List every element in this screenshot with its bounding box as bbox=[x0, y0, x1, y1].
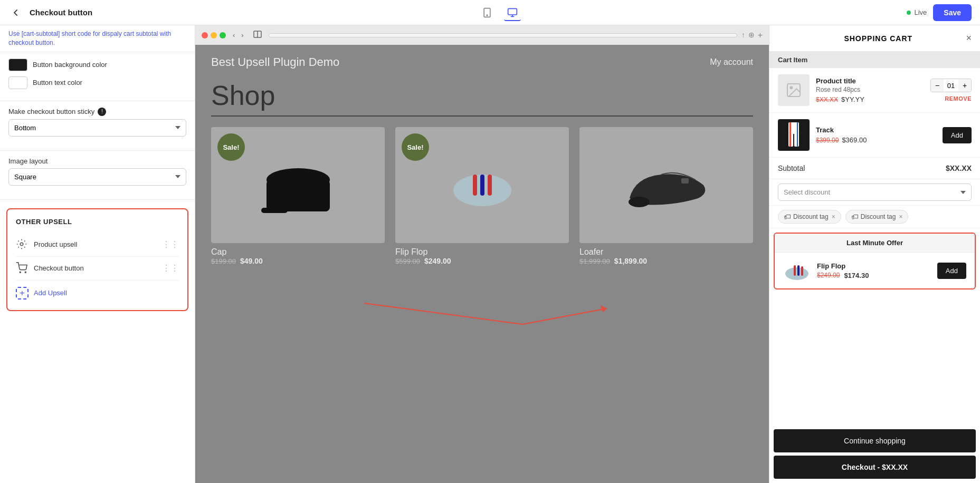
svg-rect-25 bbox=[789, 122, 791, 147]
product-upsell-item[interactable]: Product upsell ⋮⋮ bbox=[16, 233, 179, 257]
browser-toolbar: ‹ › ↑ ⊕ + bbox=[195, 25, 769, 45]
minimize-traffic-light[interactable] bbox=[211, 32, 217, 38]
discount-select[interactable]: Select discount bbox=[778, 183, 972, 201]
desktop-device-button[interactable] bbox=[504, 4, 521, 21]
shop-nav-myaccount[interactable]: My account bbox=[710, 57, 753, 67]
svg-point-21 bbox=[790, 86, 792, 89]
cart-item-1-image bbox=[778, 74, 810, 106]
flipflop-name: Flip Flop bbox=[395, 247, 569, 257]
qty-control-1: − 01 + bbox=[930, 79, 972, 92]
live-dot bbox=[907, 11, 911, 15]
qty-value-1: 01 bbox=[944, 81, 958, 91]
back-nav-btn[interactable]: ‹ bbox=[230, 30, 237, 40]
image-layout-select[interactable]: Square Rectangle Circle bbox=[8, 168, 186, 186]
browser-actions: ↑ ⊕ + bbox=[741, 31, 763, 40]
sticky-settings: Make checkout button sticky ! Bottom Top… bbox=[0, 101, 195, 151]
add-item-2-button[interactable]: Add bbox=[943, 127, 972, 143]
cap-svg bbox=[256, 151, 340, 219]
discount-tag-1-close[interactable]: × bbox=[832, 213, 835, 220]
product-upsell-drag-handle[interactable]: ⋮⋮ bbox=[162, 239, 179, 249]
sticky-select[interactable]: Bottom Top None bbox=[8, 119, 186, 137]
cart-item-2-image bbox=[778, 119, 810, 151]
cart-close-button[interactable]: × bbox=[966, 33, 972, 44]
checkout-button-icon bbox=[16, 262, 28, 275]
last-minute-price-new: $174.30 bbox=[844, 272, 869, 279]
last-minute-add-button[interactable]: Add bbox=[937, 263, 966, 279]
browser-content: Best Upsell Plugin Demo My account Shop … bbox=[195, 45, 769, 483]
cart-footer: Continue shopping Checkout - $XX.XX bbox=[769, 429, 980, 483]
checkout-button-drag-handle[interactable]: ⋮⋮ bbox=[162, 263, 179, 273]
last-minute-item-info: Flip Flop $249.00 $174.30 bbox=[817, 262, 931, 279]
checkout-button-item[interactable]: Checkout button ⋮⋮ bbox=[16, 257, 179, 281]
qty-increase-1[interactable]: + bbox=[958, 79, 971, 92]
product-card-loafer: Loafer $1,999.00 $1,899.00 bbox=[579, 127, 753, 265]
loafer-price-old: $1,999.00 bbox=[579, 257, 610, 265]
sticky-row: Make checkout button sticky ! Bottom Top… bbox=[8, 108, 186, 137]
cart-header: SHOPPING CART × bbox=[769, 25, 980, 52]
shop-title: Shop bbox=[211, 80, 753, 111]
forward-nav-btn[interactable]: › bbox=[239, 30, 246, 40]
products-grid: Sale! Cap $199.00 $49.00 bbox=[211, 127, 753, 265]
loafer-prices: $1,999.00 $1,899.00 bbox=[579, 257, 753, 265]
last-minute-item-image bbox=[783, 259, 811, 282]
cap-name: Cap bbox=[211, 247, 385, 257]
loafer-svg bbox=[619, 146, 714, 225]
sticky-info-icon[interactable]: ! bbox=[98, 108, 106, 116]
maximize-traffic-light[interactable] bbox=[220, 32, 226, 38]
plus-tab-icon[interactable]: + bbox=[758, 31, 763, 40]
checkout-button[interactable]: Checkout - $XX.XX bbox=[774, 456, 976, 479]
svg-point-15 bbox=[629, 197, 650, 207]
cart-item-1-title: Product title bbox=[816, 77, 924, 85]
cap-sale-badge: Sale! bbox=[217, 133, 245, 161]
tablet-device-button[interactable] bbox=[479, 4, 496, 21]
back-button[interactable] bbox=[8, 5, 23, 20]
svg-rect-14 bbox=[488, 175, 492, 196]
button-text-color-label: Button text color bbox=[33, 79, 82, 86]
loafer-name: Loafer bbox=[579, 247, 753, 257]
color-settings: Button background color Button text colo… bbox=[0, 52, 195, 101]
flipflop-svg bbox=[440, 151, 525, 219]
add-upsell-label: Add Upsell bbox=[34, 289, 67, 297]
last-minute-item: Flip Flop $249.00 $174.30 Add bbox=[775, 253, 975, 288]
discount-tag-2-close[interactable]: × bbox=[899, 213, 902, 220]
product-card-flipflop: Sale! Flip Flop bbox=[395, 127, 569, 265]
add-upsell-button[interactable]: + Add Upsell bbox=[16, 281, 179, 302]
svg-rect-13 bbox=[480, 175, 484, 196]
svg-point-3 bbox=[20, 243, 23, 246]
remove-item-1[interactable]: REMOVE bbox=[945, 95, 972, 102]
center-preview: ‹ › ↑ ⊕ + Best Up bbox=[195, 25, 769, 483]
shop-nav: Best Upsell Plugin Demo My account bbox=[211, 55, 753, 69]
cart-item-1-info: Product title Rose red 48pcs $XX.XX $YY.… bbox=[816, 77, 924, 103]
product-upsell-label: Product upsell bbox=[34, 240, 157, 248]
save-button[interactable]: Save bbox=[933, 4, 972, 21]
close-traffic-light[interactable] bbox=[202, 32, 208, 38]
cart-item-1-subtitle: Rose red 48pcs bbox=[816, 86, 924, 93]
qty-decrease-1[interactable]: − bbox=[931, 79, 944, 92]
button-bg-color-label: Button background color bbox=[33, 61, 107, 69]
bookmark-icon[interactable]: ⊕ bbox=[748, 31, 755, 40]
button-text-color-swatch[interactable] bbox=[8, 76, 27, 89]
discount-tag-2-icon: 🏷 bbox=[851, 212, 859, 221]
button-bg-color-swatch[interactable] bbox=[8, 59, 27, 71]
discount-tags: 🏷 Discount tag × 🏷 Discount tag × bbox=[769, 206, 980, 228]
shop-brand: Best Upsell Plugin Demo bbox=[211, 55, 339, 69]
split-view-btn[interactable] bbox=[251, 30, 264, 41]
cart-item-1-price-old: $XX.XX bbox=[816, 96, 838, 103]
address-bar[interactable] bbox=[269, 33, 737, 37]
svg-rect-29 bbox=[797, 265, 800, 276]
cap-prices: $199.00 $49.00 bbox=[211, 257, 385, 265]
main-layout: Use [cart-subtotal] short code for dispa… bbox=[0, 25, 980, 483]
svg-rect-2 bbox=[508, 8, 517, 15]
cart-item-2-name: Track bbox=[816, 126, 936, 134]
cart-item-1-price-new: $YY.YY bbox=[841, 95, 864, 103]
continue-shopping-button[interactable]: Continue shopping bbox=[774, 429, 976, 452]
add-upsell-icon: + bbox=[16, 287, 28, 300]
share-icon[interactable]: ↑ bbox=[741, 31, 745, 40]
checkout-button-label: Checkout button bbox=[34, 264, 157, 272]
discount-tag-1-label: Discount tag bbox=[793, 213, 829, 220]
cart-item-2-price-new: $369.00 bbox=[842, 136, 867, 144]
cart-item-2-info: Track $399.00 $369.00 bbox=[816, 126, 936, 144]
svg-rect-26 bbox=[797, 122, 798, 147]
svg-rect-30 bbox=[801, 266, 803, 276]
subtotal-label: Subtotal bbox=[778, 164, 805, 172]
